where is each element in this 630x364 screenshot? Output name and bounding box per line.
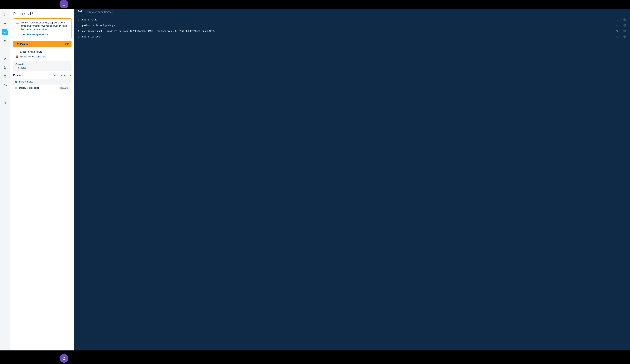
svg-point-4 [5, 50, 6, 50]
success-icon: ✓ [624, 24, 626, 27]
svg-point-7 [4, 58, 5, 58]
success-icon: ✓ [624, 18, 626, 21]
step-label: Build and test [19, 80, 32, 83]
tab-build[interactable]: Build [78, 10, 83, 14]
log-cmd: python build_and_push.py [82, 24, 614, 27]
commit-hash-icon [16, 67, 17, 69]
clock-icon [16, 50, 18, 53]
runby-prefix: Manual run by [20, 55, 34, 58]
pause-alert: Another Pipeline was already deploying t… [13, 18, 72, 38]
log-time: <1s [616, 24, 620, 27]
log-line[interactable]: ❯ Build teardown <1s ✓ [78, 34, 626, 39]
log-line[interactable]: ❯ python build_and_push.py <1s ✓ [78, 22, 626, 28]
log-cmd: Build setup [82, 18, 614, 21]
chevron-right-icon [68, 63, 69, 65]
alert-message: Another Pipeline was already deploying t… [21, 21, 68, 27]
runby-user-link[interactable]: Aneita Yang [34, 55, 46, 58]
deployments-icon[interactable] [2, 82, 8, 88]
log-tabs: Build + Add a service or database [74, 9, 630, 14]
alert-docs-link[interactable]: See our documentation [21, 28, 46, 31]
pipeline-step-build[interactable]: ✓ Build and test 37s [13, 79, 72, 84]
svg-point-9 [6, 58, 6, 58]
log-time: 1s [617, 18, 620, 21]
step-duration: 37s [66, 80, 70, 83]
boards-icon[interactable] [2, 100, 8, 106]
downloads-icon[interactable] [2, 91, 8, 97]
log-cmd: Build teardown [82, 35, 614, 38]
add-service-link[interactable]: + Add a service or database [85, 11, 112, 13]
chevron-right-icon: ❯ [78, 35, 80, 38]
paused-icon [16, 42, 18, 45]
commit-hash[interactable]: 018e4ee [18, 67, 26, 69]
branches-icon[interactable] [2, 55, 8, 62]
view-pipelines-yml-link[interactable]: View bitbucket-pipelines.yml [21, 33, 68, 36]
log-time: <1s [616, 35, 620, 38]
annotation-line-1 [64, 8, 64, 46]
success-icon: ✓ [624, 35, 626, 38]
status-label: Paused [20, 43, 28, 45]
annotation-line-2 [64, 326, 64, 355]
svg-point-8 [4, 59, 5, 60]
source-icon[interactable]: 🔒 [2, 29, 8, 35]
success-icon: ✓ [624, 30, 626, 32]
search-icon[interactable] [2, 11, 8, 18]
avatar [16, 55, 18, 58]
pipelines-icon[interactable] [2, 73, 8, 79]
pull-requests-icon[interactable] [2, 64, 8, 71]
svg-point-0 [4, 13, 6, 15]
bottom-mask [0, 351, 630, 364]
lock-badge-icon: 🔒 [6, 29, 8, 31]
chevron-right-icon: ❯ [78, 18, 80, 21]
pipeline-heading: Pipeline [13, 74, 23, 77]
pipeline-section-head: Pipeline View configuration [13, 74, 72, 77]
chevron-right-icon: ❯ [78, 24, 80, 26]
build-log: Build + Add a service or database ❯ Buil… [74, 9, 630, 364]
resume-button[interactable]: Resume [59, 86, 70, 90]
log-cmd: aws deploy push --application-name $APPL… [82, 30, 614, 32]
svg-rect-18 [4, 102, 6, 104]
commit-heading: Commit [16, 63, 24, 65]
log-line[interactable]: ❯ Build setup 1s ✓ [78, 17, 626, 22]
view-configuration-link[interactable]: View configuration [54, 74, 72, 76]
page-title: Pipeline #18 [13, 11, 72, 16]
app-viewport: 🔒 Pipeline #18 [0, 9, 630, 364]
svg-point-10 [4, 67, 5, 67]
duration-row: 37 sec • 5 minutes ago [13, 50, 72, 54]
svg-point-12 [6, 68, 6, 69]
sidebar-rail: 🔒 [0, 9, 10, 364]
step-label: Deploy to production [19, 87, 40, 89]
commit-icon[interactable] [2, 47, 8, 53]
create-icon[interactable] [2, 20, 8, 27]
annotation-callout-1: 1 [60, 0, 68, 8]
warning-icon [16, 21, 19, 31]
chevron-right-icon: ❯ [78, 30, 80, 32]
log-line[interactable]: ❯ aws deploy push --application-name $AP… [78, 28, 626, 34]
pipeline-step-deploy[interactable]: Deploy to production Resume [13, 84, 72, 91]
annotation-callout-2: 2 [60, 354, 68, 363]
runby-row: Manual run by Aneita Yang [13, 55, 72, 58]
commit-card[interactable]: Commit 018e4ee [13, 61, 72, 71]
svg-line-1 [6, 15, 6, 16]
svg-point-11 [4, 68, 5, 69]
pipeline-panel: Pipeline #18 Another Pipeline was alread… [10, 9, 74, 364]
check-icon: ✓ [15, 81, 17, 83]
log-time: 30s [616, 30, 620, 32]
status-banner: Paused Rerun [13, 41, 72, 47]
code-icon[interactable] [2, 38, 8, 44]
time-ago: 5 minutes ago [28, 50, 42, 53]
svg-point-24 [16, 67, 16, 68]
duration-value: 37 sec [20, 50, 26, 53]
pending-icon [15, 87, 17, 89]
log-lines: ❯ Build setup 1s ✓ ❯ python build_and_pu… [74, 14, 630, 42]
